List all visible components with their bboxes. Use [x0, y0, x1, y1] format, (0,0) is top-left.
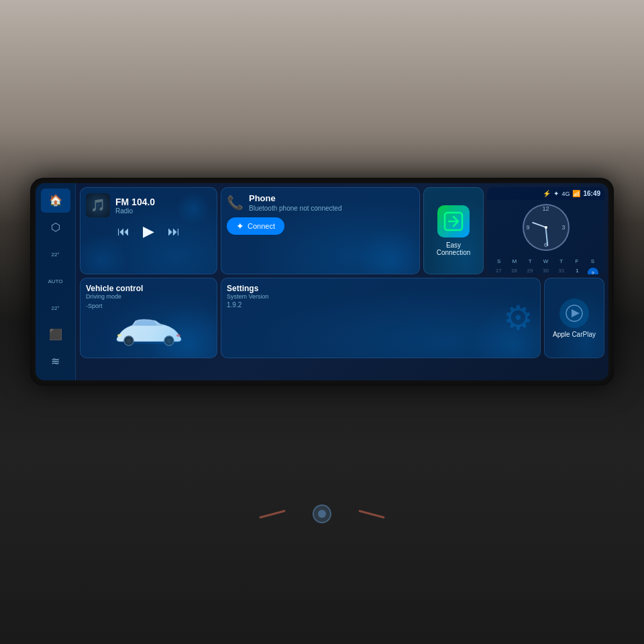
- clock-num-9: 9: [527, 224, 530, 231]
- hour-hand: [531, 222, 545, 228]
- svg-point-3: [126, 338, 131, 343]
- right-panel: ⚡ ✦ 4G 📶 16:49 12 3 6 9: [487, 187, 604, 274]
- sidebar: 🏠 ⬡ 22° AUTO 22° ⬛ ≋: [36, 183, 76, 380]
- vehicle-car-image: [86, 312, 211, 349]
- seat-icon: ⬛: [49, 328, 62, 341]
- right-indicator: [358, 509, 384, 518]
- usb-icon: ⚡: [543, 190, 551, 197]
- vehicle-mode-value: -Sport: [86, 303, 211, 309]
- next-button[interactable]: ⏭: [168, 225, 180, 239]
- sidebar-item-hazard[interactable]: ≋: [41, 350, 70, 374]
- home-button-inner: [318, 510, 326, 518]
- radio-type: Radio: [115, 207, 211, 215]
- cal-cell-today: 2: [586, 266, 600, 274]
- temp1-label: 22°: [51, 252, 59, 258]
- sidebar-item-temp1[interactable]: 22°: [41, 242, 70, 266]
- status-bar: ⚡ ✦ 4G 📶 16:49: [487, 187, 604, 200]
- settings-card[interactable]: Settings System Version 1.9.2 ⚙: [221, 278, 541, 358]
- svg-point-5: [166, 338, 172, 343]
- bluetooth-icon: ✦: [236, 221, 244, 231]
- svg-marker-9: [572, 309, 580, 317]
- phone-subtitle: Bluetooth phone not connected: [249, 205, 341, 212]
- auto-label: AUTO: [48, 278, 62, 284]
- calendar-header: S M T W T F S: [491, 258, 600, 265]
- clock-num-12: 12: [542, 205, 549, 212]
- settings-title: Settings: [227, 284, 535, 293]
- climate-icon: ⬡: [51, 221, 60, 233]
- car-background: 🏠 ⬡ 22° AUTO 22° ⬛ ≋: [0, 0, 644, 644]
- carplay-icon: [559, 299, 589, 328]
- radio-info: FM 104.0 Radio: [115, 197, 211, 215]
- cal-cell: 1: [570, 266, 584, 274]
- bottom-row: Vehicle control Driving mode -Sport: [80, 278, 604, 358]
- cal-header-M: M: [506, 258, 522, 265]
- cal-cell: 28: [506, 266, 521, 274]
- vehicle-mode-label: Driving mode: [86, 293, 211, 300]
- vehicle-title: Vehicle control: [86, 284, 211, 293]
- connect-button[interactable]: ✦ Connect: [227, 217, 284, 235]
- cal-cell: 27: [491, 266, 506, 274]
- signal-icon: 📶: [572, 190, 580, 197]
- phone-title: Phone: [249, 193, 341, 203]
- vehicle-card[interactable]: Vehicle control Driving mode -Sport: [80, 278, 217, 358]
- hazard-icon: ≋: [51, 355, 60, 368]
- phone-icon: 📞: [227, 195, 244, 211]
- connect-label: Connect: [248, 222, 275, 230]
- clock-widget: 12 3 6 9: [487, 200, 604, 255]
- settings-version: 1.9.2: [227, 301, 535, 309]
- top-row: 🎵 FM 104.0 Radio ⏮ ▶ ⏭: [80, 187, 604, 274]
- cal-header-W: W: [538, 258, 553, 265]
- sidebar-item-climate[interactable]: ⬡: [41, 215, 70, 239]
- radio-card[interactable]: 🎵 FM 104.0 Radio ⏮ ▶ ⏭: [80, 187, 217, 274]
- easy-connection-label: Easy Connection: [429, 241, 478, 256]
- phone-info: Phone Bluetooth phone not connected: [249, 193, 341, 212]
- clock-num-3: 3: [561, 224, 565, 231]
- cal-header-T2: T: [553, 258, 569, 265]
- main-content: 🎵 FM 104.0 Radio ⏮ ▶ ⏭: [76, 183, 608, 380]
- easy-connection-icon: [437, 205, 470, 237]
- settings-subtitle: System Version: [227, 293, 535, 300]
- gear-icon: ⚙: [503, 299, 533, 337]
- cal-header-T1: T: [523, 258, 538, 265]
- bottom-nav: [259, 504, 385, 523]
- play-button[interactable]: ▶: [143, 223, 154, 240]
- car-svg: [109, 312, 189, 349]
- radio-controls: ⏮ ▶ ⏭: [86, 223, 211, 240]
- calendar-grid: 27 28 29 30 31 1 2 3 4 5: [491, 266, 600, 274]
- svg-point-6: [117, 334, 121, 337]
- cal-cell: 30: [538, 266, 553, 274]
- cal-header-S1: S: [491, 258, 506, 265]
- home-button[interactable]: [313, 504, 331, 523]
- easy-connection-card[interactable]: Easy Connection: [423, 187, 484, 274]
- sidebar-item-seat[interactable]: ⬛: [41, 323, 70, 347]
- network-icon: 4G: [561, 191, 570, 197]
- clock-face: 12 3 6 9: [523, 204, 570, 251]
- left-indicator: [259, 509, 285, 518]
- clock-time: 16:49: [583, 190, 600, 197]
- music-icon: 🎵: [91, 198, 105, 213]
- cal-header-S2: S: [585, 258, 600, 265]
- carplay-card[interactable]: Apple CarPlay: [544, 278, 604, 358]
- cal-cell: 29: [523, 266, 537, 274]
- phone-header: 📞 Phone Bluetooth phone not connected: [227, 193, 414, 212]
- bluetooth-status-icon: ✦: [553, 190, 559, 197]
- radio-frequency: FM 104.0: [115, 197, 211, 207]
- svg-point-7: [176, 334, 180, 337]
- clock-center: [545, 226, 547, 229]
- phone-card[interactable]: 📞 Phone Bluetooth phone not connected ✦ …: [221, 187, 420, 274]
- carplay-label: Apple CarPlay: [553, 331, 596, 338]
- screen-bezel: 🏠 ⬡ 22° AUTO 22° ⬛ ≋: [30, 178, 614, 386]
- sidebar-item-auto[interactable]: AUTO: [41, 269, 70, 293]
- prev-button[interactable]: ⏮: [117, 225, 129, 239]
- main-screen: 🏠 ⬡ 22° AUTO 22° ⬛ ≋: [36, 183, 608, 380]
- cal-header-F: F: [569, 258, 584, 265]
- sidebar-item-home[interactable]: 🏠: [41, 189, 70, 213]
- sidebar-item-temp2[interactable]: 22°: [41, 296, 70, 320]
- temp2-label: 22°: [51, 305, 59, 311]
- radio-header: 🎵 FM 104.0 Radio: [86, 193, 211, 217]
- carplay-svg: [565, 304, 584, 323]
- calendar-widget: S M T W T F S 27 28: [487, 255, 604, 274]
- cal-cell: 31: [554, 266, 569, 274]
- home-icon: 🏠: [49, 194, 62, 207]
- radio-album-art: 🎵: [86, 193, 110, 217]
